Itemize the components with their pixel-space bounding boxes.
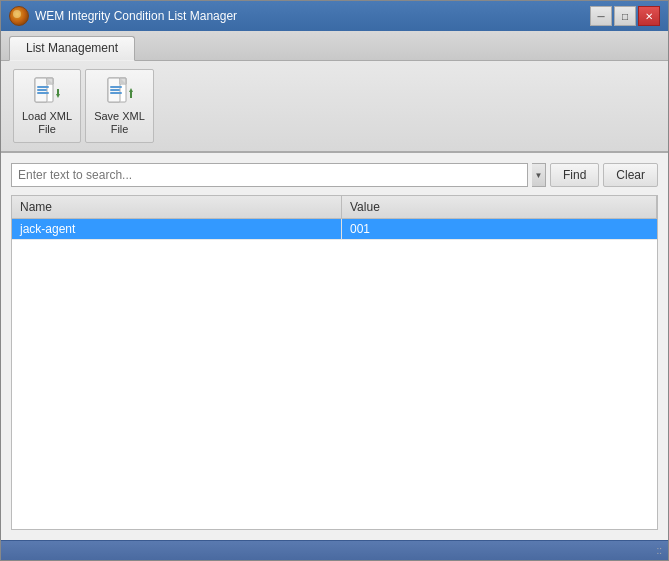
table-row[interactable]: jack-agent 001 [12, 219, 657, 240]
main-window: WEM Integrity Condition List Manager ─ □… [0, 0, 669, 561]
grid-body: jack-agent 001 [12, 219, 657, 529]
main-content: ▼ Find Clear Name Value jack-agent 001 [1, 153, 668, 540]
close-button[interactable]: ✕ [638, 6, 660, 26]
save-xml-label: Save XMLFile [94, 110, 145, 136]
title-bar-left: WEM Integrity Condition List Manager [9, 6, 237, 26]
svg-rect-17 [130, 92, 132, 98]
title-bar-controls: ─ □ ✕ [590, 6, 660, 26]
search-input[interactable] [11, 163, 528, 187]
save-xml-button[interactable]: Save XMLFile [85, 69, 154, 143]
minimize-button[interactable]: ─ [590, 6, 612, 26]
status-bar: :: [1, 540, 668, 560]
load-xml-button[interactable]: Load XMLFile [13, 69, 81, 143]
clear-button[interactable]: Clear [603, 163, 658, 187]
load-xml-svg [31, 76, 63, 108]
svg-rect-5 [37, 89, 47, 91]
svg-marker-16 [129, 88, 133, 92]
data-grid: Name Value jack-agent 001 [11, 195, 658, 530]
grid-header-value: Value [342, 196, 657, 218]
save-xml-icon [104, 76, 136, 108]
app-icon [9, 6, 29, 26]
grid-cell-name: jack-agent [12, 219, 342, 239]
grid-header-name: Name [12, 196, 342, 218]
find-button[interactable]: Find [550, 163, 599, 187]
toolbar: Load XMLFile [1, 61, 668, 153]
load-xml-label: Load XMLFile [22, 110, 72, 136]
save-xml-svg [104, 76, 136, 108]
grid-header: Name Value [12, 196, 657, 219]
tab-list-management[interactable]: List Management [9, 36, 135, 61]
svg-rect-14 [110, 89, 120, 91]
svg-rect-4 [37, 86, 49, 88]
resize-grip-icon: :: [656, 546, 662, 556]
svg-rect-8 [57, 89, 59, 95]
svg-rect-15 [110, 92, 122, 94]
title-bar: WEM Integrity Condition List Manager ─ □… [1, 1, 668, 31]
window-title: WEM Integrity Condition List Manager [35, 9, 237, 23]
maximize-button[interactable]: □ [614, 6, 636, 26]
search-dropdown-arrow[interactable]: ▼ [532, 163, 546, 187]
svg-rect-6 [37, 92, 49, 94]
load-xml-icon [31, 76, 63, 108]
tab-bar: List Management [1, 31, 668, 61]
grid-cell-value: 001 [342, 219, 657, 239]
svg-rect-13 [110, 86, 122, 88]
search-bar: ▼ Find Clear [11, 163, 658, 187]
